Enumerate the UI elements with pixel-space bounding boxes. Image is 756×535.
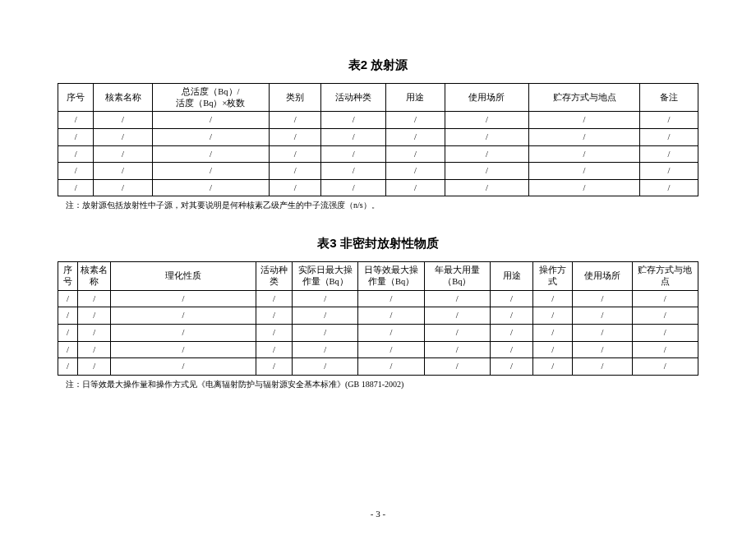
table3-note: 注：日等效最大操作量和操作方式见《电离辐射防护与辐射源安全基本标准》(GB 18… (66, 379, 698, 390)
table-row: /////////// (58, 325, 698, 342)
cell: / (94, 163, 152, 180)
th: 操作方式 (533, 262, 573, 290)
cell: / (445, 179, 529, 196)
table-row: ///////// (58, 145, 698, 163)
cell: / (424, 358, 490, 376)
cell: / (529, 112, 639, 129)
cell: / (293, 358, 358, 376)
page-number: - 3 - (0, 509, 756, 519)
cell: / (152, 163, 269, 180)
table-row: ///////// (58, 112, 698, 129)
cell: / (632, 290, 698, 307)
cell: / (533, 341, 573, 358)
cell: / (632, 341, 698, 358)
th: 类别 (270, 84, 321, 112)
table-header-row: 序号 核素名称 总活度（Bq）/ 活度（Bq）×枚数 类别 活动种类 用途 使用… (58, 84, 698, 112)
table-row: ///////// (58, 163, 698, 180)
cell: / (58, 163, 94, 180)
cell: / (639, 179, 698, 196)
cell: / (78, 358, 111, 376)
cell: / (111, 307, 256, 325)
th: 核素名称 (94, 84, 152, 112)
cell: / (386, 179, 445, 196)
table-row: ///////// (58, 128, 698, 145)
cell: / (111, 341, 256, 358)
cell: / (58, 128, 94, 145)
th: 活动种类 (321, 84, 386, 112)
cell: / (529, 145, 639, 163)
cell: / (270, 179, 321, 196)
cell: / (573, 307, 632, 325)
cell: / (632, 307, 698, 325)
cell: / (358, 290, 424, 307)
cell: / (256, 358, 292, 376)
cell: / (386, 145, 445, 163)
cell: / (445, 112, 529, 129)
cell: / (111, 358, 256, 376)
cell: / (358, 341, 424, 358)
table2-title: 表2 放射源 (58, 58, 698, 73)
cell: / (445, 145, 529, 163)
cell: / (490, 290, 532, 307)
cell: / (529, 163, 639, 180)
cell: / (490, 307, 532, 325)
cell: / (58, 307, 78, 325)
cell: / (256, 325, 292, 342)
table-radiation-source: 序号 核素名称 总活度（Bq）/ 活度（Bq）×枚数 类别 活动种类 用途 使用… (58, 83, 698, 196)
cell: / (152, 179, 269, 196)
th: 用途 (490, 262, 532, 290)
th: 备注 (639, 84, 698, 112)
cell: / (358, 358, 424, 376)
cell: / (293, 307, 358, 325)
th: 日等效最大操作量（Bq） (358, 262, 424, 290)
table2-note: 注：放射源包括放射性中子源，对其要说明是何种核素乙级产生的中子流强度（n/s）。 (66, 200, 698, 211)
cell: / (321, 179, 386, 196)
cell: / (573, 358, 632, 376)
cell: / (533, 290, 573, 307)
cell: / (58, 290, 78, 307)
cell: / (424, 325, 490, 342)
table-row: /////////// (58, 358, 698, 376)
cell: / (533, 358, 573, 376)
cell: / (270, 163, 321, 180)
table-unsealed-radioactive: 序号 核素名称 理化性质 活动种类 实际日最大操作量（Bq） 日等效最大操作量（… (58, 261, 698, 375)
cell: / (573, 325, 632, 342)
cell: / (94, 179, 152, 196)
cell: / (445, 128, 529, 145)
table-row: /////////// (58, 307, 698, 325)
cell: / (152, 112, 269, 129)
cell: / (293, 325, 358, 342)
cell: / (58, 179, 94, 196)
cell: / (573, 290, 632, 307)
cell: / (424, 290, 490, 307)
cell: / (152, 145, 269, 163)
th: 使用场所 (445, 84, 529, 112)
cell: / (321, 128, 386, 145)
th: 贮存方式与地点 (529, 84, 639, 112)
table-row: /////////// (58, 341, 698, 358)
cell: / (386, 128, 445, 145)
th: 贮存方式与地点 (632, 262, 698, 290)
cell: / (58, 112, 94, 129)
cell: / (58, 145, 94, 163)
cell: / (639, 128, 698, 145)
cell: / (293, 341, 358, 358)
cell: / (256, 307, 292, 325)
cell: / (490, 341, 532, 358)
cell: / (490, 358, 532, 376)
cell: / (293, 290, 358, 307)
cell: / (386, 163, 445, 180)
cell: / (639, 163, 698, 180)
cell: / (386, 112, 445, 129)
cell: / (424, 307, 490, 325)
cell: / (573, 341, 632, 358)
cell: / (270, 145, 321, 163)
th: 使用场所 (573, 262, 632, 290)
table-row: /////////// (58, 290, 698, 307)
cell: / (111, 290, 256, 307)
cell: / (445, 163, 529, 180)
cell: / (632, 325, 698, 342)
cell: / (111, 325, 256, 342)
cell: / (529, 128, 639, 145)
table3-title: 表3 非密封放射性物质 (58, 236, 698, 251)
